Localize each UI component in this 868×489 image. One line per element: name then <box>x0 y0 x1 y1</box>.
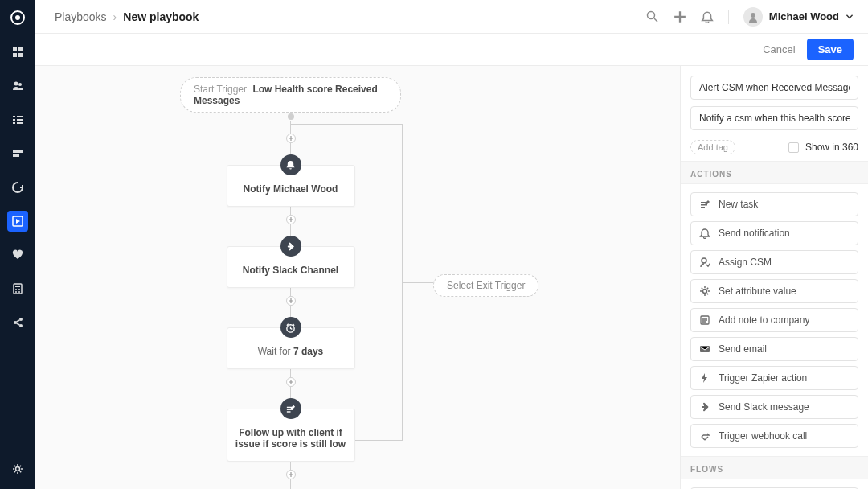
action-label: Assign CSM <box>719 257 772 268</box>
actions-header: ACTIONS <box>681 161 868 184</box>
exit-trigger[interactable]: Select Exit Trigger <box>433 274 538 297</box>
avatar <box>743 7 763 27</box>
step-followup[interactable]: Follow up with client if issue if score … <box>227 398 355 462</box>
notifications-icon[interactable] <box>701 10 714 23</box>
action-label: Send notification <box>719 228 790 239</box>
step-notify-slack[interactable]: Notify Slack Channel <box>227 236 355 288</box>
zapier-icon <box>699 372 710 384</box>
start-trigger[interactable]: Start Trigger Low Health score Received … <box>180 77 401 113</box>
cancel-button[interactable]: Cancel <box>763 43 795 55</box>
breadcrumb: Playbooks › New playbook <box>55 10 199 23</box>
add-step-button[interactable] <box>286 470 296 479</box>
action-send-email[interactable]: Send email <box>690 337 858 361</box>
sidebar <box>0 0 35 489</box>
add-tag-chip[interactable]: Add tag <box>690 140 735 154</box>
task-icon <box>280 398 301 419</box>
action-trigger-webhook[interactable]: Trigger webhook call <box>690 424 858 448</box>
breadcrumb-section[interactable]: Playbooks <box>55 10 107 23</box>
sidebar-item-health[interactable] <box>7 244 28 265</box>
playbook-desc-input[interactable] <box>690 106 858 130</box>
mail-icon <box>699 343 710 355</box>
topbar: Playbooks › New playbook Michael Wood <box>35 0 868 34</box>
step-label: Notify Slack Channel <box>243 265 338 276</box>
action-trigger-zapier[interactable]: Trigger Zapier action <box>690 366 858 390</box>
step-notify-user[interactable]: Notify Michael Wood <box>227 154 355 207</box>
gear-icon <box>699 286 710 297</box>
webhook-icon <box>699 430 710 442</box>
action-set-attribute[interactable]: Set attribute value <box>690 279 858 303</box>
sidebar-item-lists[interactable] <box>7 109 28 130</box>
logo[interactable] <box>0 0 35 35</box>
add-icon[interactable] <box>674 10 686 23</box>
slack-icon <box>699 401 710 413</box>
sidebar-item-dashboard[interactable] <box>7 42 28 63</box>
assign-icon <box>699 257 710 268</box>
sidebar-item-settings[interactable] <box>7 458 28 479</box>
flow-canvas[interactable]: Select Exit Trigger Start Trigger Low He… <box>35 66 680 489</box>
step-label-prefix: Wait for <box>258 346 293 357</box>
user-name: Michael Wood <box>769 10 839 23</box>
action-label: Set attribute value <box>719 286 796 297</box>
connector <box>290 462 291 470</box>
start-trigger-label: Start Trigger <box>194 84 247 95</box>
bell-icon <box>699 228 710 239</box>
user-menu[interactable]: Michael Wood <box>743 7 854 27</box>
save-button[interactable]: Save <box>807 39 854 60</box>
divider <box>728 10 729 24</box>
action-add-note[interactable]: Add note to company <box>690 308 858 332</box>
sidebar-item-people[interactable] <box>7 76 28 97</box>
sidebar-item-playbooks[interactable] <box>7 211 28 232</box>
chevron-down-icon <box>845 13 854 21</box>
breadcrumb-separator-icon: › <box>113 10 117 23</box>
action-assign-csm[interactable]: Assign CSM <box>690 250 858 274</box>
step-label-value: 7 days <box>293 346 323 357</box>
show-in-360-label: Show in 360 <box>805 142 858 153</box>
action-send-slack[interactable]: Send Slack message <box>690 395 858 419</box>
connector <box>290 479 291 489</box>
action-label: Trigger webhook call <box>719 430 807 442</box>
show-in-360-checkbox[interactable] <box>788 142 799 153</box>
action-label: New task <box>719 199 758 210</box>
sidebar-item-lifecycle[interactable] <box>7 177 28 198</box>
note-icon <box>699 314 710 326</box>
actions-list: New task Send notification Assign CSM Se… <box>681 184 868 456</box>
sidebar-item-segments[interactable] <box>7 143 28 164</box>
step-wait[interactable]: Wait for 7 days <box>227 317 355 369</box>
action-label: Send Slack message <box>719 401 809 413</box>
action-new-task[interactable]: New task <box>690 192 858 216</box>
bell-icon <box>280 154 301 175</box>
sidebar-item-reports[interactable] <box>7 278 28 299</box>
actionbar: Cancel Save <box>35 34 868 66</box>
right-panel: Add tag Show in 360 ACTIONS New task Sen… <box>680 66 868 489</box>
flows-list: Wait for/until <box>681 479 868 489</box>
step-label: Notify Michael Wood <box>244 183 338 195</box>
slack-icon <box>280 236 301 257</box>
sidebar-item-integrations[interactable] <box>7 312 28 333</box>
action-label: Add note to company <box>719 314 809 326</box>
flows-header: FLOWS <box>681 456 868 479</box>
step-label: Follow up with client if issue if score … <box>235 427 346 450</box>
search-icon[interactable] <box>646 10 659 23</box>
connector-dot <box>288 113 294 120</box>
task-icon <box>699 199 710 210</box>
connector <box>403 282 433 283</box>
playbook-title-input[interactable] <box>690 76 858 100</box>
action-send-notification[interactable]: Send notification <box>690 221 858 245</box>
clock-icon <box>280 317 301 338</box>
breadcrumb-current: New playbook <box>123 10 199 23</box>
action-label: Send email <box>719 343 767 355</box>
action-label: Trigger Zapier action <box>719 372 807 384</box>
